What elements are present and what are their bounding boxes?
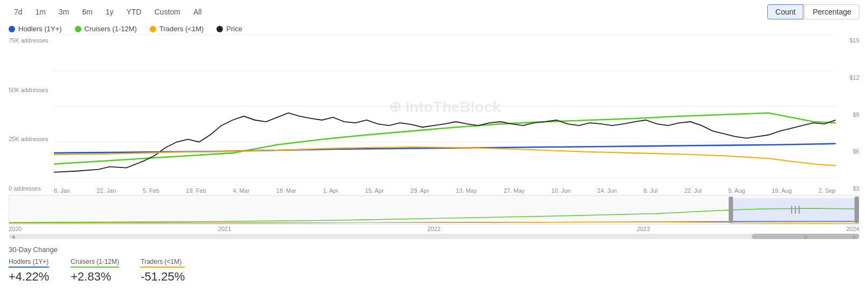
scrollbar[interactable]: ||| ◀ ▶ [9, 234, 859, 239]
price-dot [216, 26, 223, 32]
y-axis-right: $15 $12 $9 $6 $3 [850, 35, 859, 194]
cruisers-change-value: +2.83% [71, 270, 119, 284]
main-chart-area: 75K addresses 50K addresses 25K addresse… [0, 35, 868, 194]
view-toggle: Count Percentage [767, 4, 859, 19]
cruisers-label: Cruisers (1-12M) [85, 25, 137, 33]
hodlers-change-value: +4.22% [9, 270, 49, 284]
main-chart-svg [54, 35, 836, 178]
btn-all[interactable]: All [188, 5, 207, 18]
legend: Hodlers (1Y+) Cruisers (1-12M) Traders (… [0, 22, 868, 35]
legend-cruisers: Cruisers (1-12M) [75, 25, 137, 33]
mini-year-labels: 2020 2021 2022 2023 2024 [0, 225, 868, 232]
hodlers-change: Hodlers (1Y+) +4.22% [9, 258, 49, 284]
bottom-section: 30-Day Change Hodlers (1Y+) +4.22% Cruis… [0, 239, 868, 288]
hodlers-dot [9, 26, 15, 32]
top-bar: 7d 1m 3m 6m 1y YTD Custom All Count Perc… [0, 0, 868, 22]
count-button[interactable]: Count [767, 4, 803, 19]
traders-dot [150, 26, 156, 32]
scroll-left-arrow[interactable]: ◀ [11, 234, 15, 240]
btn-3m[interactable]: 3m [53, 5, 74, 18]
btn-1m[interactable]: 1m [30, 5, 51, 18]
legend-price: Price [216, 25, 242, 33]
cruisers-change: Cruisers (1-12M) +2.83% [71, 258, 119, 284]
svg-marker-5 [730, 198, 859, 224]
btn-7d[interactable]: 7d [9, 5, 28, 18]
scroll-thumb[interactable]: ||| [752, 234, 859, 239]
btn-ytd[interactable]: YTD [121, 5, 147, 18]
cruisers-dot [75, 26, 81, 32]
svg-rect-7 [855, 197, 859, 223]
time-buttons: 7d 1m 3m 6m 1y YTD Custom All [9, 5, 207, 18]
x-axis: 8. Jan 22. Jan 5. Feb 19. Feb 4. Mar 18.… [54, 187, 836, 194]
hodlers-label: Hodlers (1Y+) [18, 25, 62, 33]
btn-custom[interactable]: Custom [149, 5, 186, 18]
traders-change-label: Traders (<1M) [141, 258, 185, 268]
price-label: Price [226, 25, 242, 33]
traders-change-value: -51.25% [141, 270, 185, 284]
change-title: 30-Day Change [9, 246, 859, 254]
hodlers-change-label: Hodlers (1Y+) [9, 258, 49, 268]
mini-chart-svg [9, 195, 859, 224]
change-row: Hodlers (1Y+) +4.22% Cruisers (1-12M) +2… [9, 258, 859, 284]
cruisers-change-label: Cruisers (1-12M) [71, 258, 119, 268]
svg-rect-6 [729, 197, 733, 223]
percentage-button[interactable]: Percentage [804, 4, 859, 19]
legend-traders: Traders (<1M) [150, 25, 204, 33]
btn-6m[interactable]: 6m [76, 5, 97, 18]
mini-chart[interactable] [9, 195, 859, 225]
scroll-right-arrow[interactable]: ▶ [853, 234, 857, 240]
traders-change: Traders (<1M) -51.25% [141, 258, 185, 284]
chart-svg-container: ⊕ IntoTheBlock [54, 35, 836, 178]
legend-hodlers: Hodlers (1Y+) [9, 25, 62, 33]
btn-1y[interactable]: 1y [100, 5, 119, 18]
y-axis-left: 75K addresses 50K addresses 25K addresse… [9, 35, 48, 194]
traders-label: Traders (<1M) [159, 25, 204, 33]
